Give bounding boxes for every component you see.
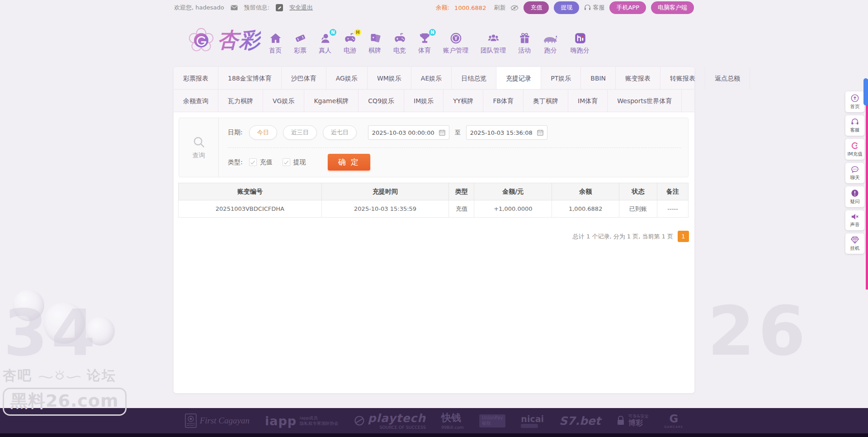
- col-header-change-id: 账变编号: [179, 183, 322, 200]
- nav-item-promos[interactable]: 活动: [518, 32, 531, 55]
- unionpay-logo: UnionPay 银联: [479, 414, 506, 428]
- tab-188-sports[interactable]: 188金宝博体育: [218, 67, 282, 89]
- sidebar-label: 首页: [850, 104, 860, 110]
- col-header-remark: 备注: [657, 183, 689, 200]
- envelope-icon[interactable]: [231, 5, 238, 10]
- range-today[interactable]: 今日: [249, 125, 277, 140]
- tab-wali-cards[interactable]: 瓦力棋牌: [218, 90, 263, 112]
- gift-icon: [519, 32, 531, 44]
- nav-item-lottery[interactable]: 彩票: [294, 32, 307, 55]
- tab-fb-sports[interactable]: FB体育: [483, 90, 524, 112]
- nav-item-hi-paofen[interactable]: 嗨跑分: [571, 32, 590, 55]
- playtech-subtext: SOURCE OF SUCCESS: [379, 425, 426, 430]
- exclamation-icon: [851, 189, 859, 197]
- sidebar-item-sound[interactable]: 声音: [845, 210, 864, 230]
- tab-wm[interactable]: WM娱乐: [368, 67, 411, 89]
- edit-icon[interactable]: [276, 4, 283, 11]
- tab-ae[interactable]: AE娱乐: [411, 67, 452, 89]
- sidebar-item-question[interactable]: 疑问: [845, 186, 864, 207]
- tab-ag[interactable]: AG娱乐: [326, 67, 368, 89]
- range-3days[interactable]: 近三日: [283, 125, 317, 140]
- nav-item-team[interactable]: 团队管理: [481, 32, 506, 55]
- nav-item-account[interactable]: 账户管理: [443, 32, 468, 55]
- tab-lottery-report[interactable]: 彩票报表: [174, 67, 218, 89]
- withdraw-button[interactable]: 提现: [554, 1, 579, 14]
- tab-vg[interactable]: VG娱乐: [263, 90, 304, 112]
- cell-time: 2025-10-03 15:35:59: [321, 200, 449, 218]
- nav-item-esports[interactable]: 电竞: [393, 32, 406, 55]
- eye-off-icon[interactable]: [510, 5, 519, 11]
- nicai-text: nicai: [521, 414, 544, 424]
- refresh-link[interactable]: 刷新: [494, 4, 505, 12]
- records-table: 账变编号 充提时间 类型 金额/元 余额 状态 备注 20251003VBDCI…: [178, 183, 689, 218]
- tab-pt[interactable]: PT娱乐: [541, 67, 581, 89]
- withdraw-checkbox[interactable]: [283, 158, 290, 166]
- main-nav: 首页 彩票 N 真人 H 电游 棋牌 电竞 N 体育: [269, 32, 590, 55]
- calendar-icon[interactable]: [537, 129, 543, 136]
- tab-rebate-total[interactable]: 返点总额: [705, 67, 750, 89]
- topbar-user-area: 欢迎您, hadesado 预留信息: 安全退出: [174, 4, 313, 12]
- trophy-icon: [419, 32, 431, 44]
- nav-item-cards[interactable]: 棋牌: [368, 32, 381, 55]
- sidebar-label: 客服: [850, 127, 860, 133]
- nav-label: 棋牌: [368, 47, 381, 55]
- tab-shaba-sports[interactable]: 沙巴体育: [282, 67, 326, 89]
- sidebar-item-chat[interactable]: 聊天: [845, 163, 864, 183]
- deposit-checkbox-label[interactable]: 充值: [260, 158, 273, 166]
- page-1-button[interactable]: 1: [678, 231, 689, 242]
- sidebar-item-hangup[interactable]: 挂机: [845, 233, 864, 254]
- playtech-swirl-icon: [354, 415, 365, 426]
- nav-item-sports[interactable]: N 体育: [418, 32, 431, 55]
- iapp-text: iapp: [265, 414, 297, 428]
- cell-change-id: 20251003VBDCICFDHA: [179, 200, 322, 218]
- tab-im-games[interactable]: IM娱乐: [404, 90, 443, 112]
- sbet-logo: S7.bet: [559, 414, 601, 428]
- deposit-button[interactable]: 充值: [524, 1, 549, 14]
- pc-client-button[interactable]: 电脑客户端: [651, 1, 694, 14]
- gamcare-subtext: GAMCARE: [664, 425, 683, 429]
- tab-deposit-withdraw-records[interactable]: 充提记录: [496, 67, 541, 89]
- watermark-left-text: 杏吧: [3, 366, 33, 385]
- tab-im-sports[interactable]: IM体育: [568, 90, 608, 112]
- service-label: 客服: [593, 4, 604, 12]
- calendar-icon[interactable]: [439, 129, 445, 136]
- tab-account-change-report[interactable]: 账变报表: [616, 67, 660, 89]
- cards-icon: [369, 32, 381, 44]
- tab-balance-query[interactable]: 余额查询: [174, 90, 218, 112]
- decor-number-right: 26: [708, 292, 809, 370]
- withdraw-checkbox-label[interactable]: 提现: [293, 158, 306, 166]
- gamcare-logo: G GAMCARE: [664, 413, 683, 429]
- tab-bbin[interactable]: BBIN: [581, 67, 616, 89]
- logout-link[interactable]: 安全退出: [289, 4, 313, 12]
- tab-daily-summary[interactable]: 日结总览: [452, 67, 496, 89]
- scrollbar-thumb[interactable]: [863, 78, 868, 105]
- date-to-input[interactable]: 2025-10-03 15:36:08: [466, 125, 547, 140]
- site-logo[interactable]: 杏彩: [189, 26, 261, 54]
- tab-aoding-cards[interactable]: 奥丁棋牌: [524, 90, 568, 112]
- range-7days[interactable]: 近七日: [323, 125, 357, 140]
- check-icon: [250, 160, 255, 165]
- watermark-domain: 黑料26.com: [3, 388, 127, 416]
- nav-item-live[interactable]: N 真人: [319, 32, 331, 55]
- nav-item-egames[interactable]: H 电游: [344, 32, 356, 55]
- diamond-icon: [851, 236, 859, 244]
- col-header-time: 充提时间: [321, 183, 449, 200]
- nav-item-paofen[interactable]: 跑分: [543, 33, 558, 55]
- sidebar-item-service[interactable]: 客服: [845, 115, 864, 136]
- service-link[interactable]: 客服: [584, 4, 604, 12]
- deposit-checkbox[interactable]: [249, 158, 257, 166]
- tab-yy-cards[interactable]: YY棋牌: [443, 90, 483, 112]
- confirm-button[interactable]: 确 定: [328, 154, 370, 171]
- nav-item-home[interactable]: 首页: [269, 32, 282, 55]
- scrollbar-track[interactable]: [866, 79, 868, 290]
- col-header-status: 状态: [619, 183, 657, 200]
- tab-wesports[interactable]: Wesports世界体育: [608, 90, 682, 112]
- esports-gamepad-icon: [394, 32, 406, 44]
- tab-kgame[interactable]: Kgame棋牌: [304, 90, 359, 112]
- mobile-app-button[interactable]: 手机APP: [609, 1, 646, 14]
- date-from-input[interactable]: 2025-10-03 00:00:00: [368, 125, 449, 140]
- tab-cq9[interactable]: CQ9娱乐: [359, 90, 404, 112]
- sidebar-item-home[interactable]: 首页: [845, 91, 864, 112]
- sidebar-item-im-recharge[interactable]: IM充值: [845, 139, 864, 160]
- tab-transfer-report[interactable]: 转账报表: [660, 67, 705, 89]
